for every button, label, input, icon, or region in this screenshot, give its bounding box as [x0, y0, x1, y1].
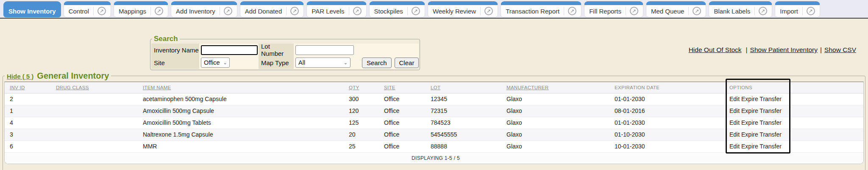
hide-count-link[interactable]: Hide ( 5 ) [7, 73, 33, 80]
open-new-window-icon[interactable]: ↗ [693, 7, 701, 15]
cell-manufacturer: Glaxo [501, 140, 609, 152]
cell-expiration-date: 01-01-2030 [609, 117, 724, 129]
search-button[interactable]: Search [362, 58, 392, 68]
column-header-qty[interactable]: QTY [344, 82, 379, 93]
cell-expiration-date: 01-10-2030 [609, 129, 724, 140]
inventory-row: 4Amoxicillin 500mg Tablets125Office78452… [5, 117, 863, 129]
transfer-link[interactable]: Transfer [760, 107, 782, 114]
tab-import[interactable]: Import↗ [775, 1, 820, 17]
tab-blank-labels[interactable]: Blank Labels↗ [709, 1, 772, 17]
cell-lot: 88888 [426, 140, 501, 152]
cell-drug-class [51, 129, 138, 140]
transfer-link[interactable]: Transfer [760, 119, 782, 126]
open-new-window-icon[interactable]: ↗ [759, 7, 767, 15]
expire-link[interactable]: Expire [741, 143, 758, 150]
cell-item-name: Amoxicillin 500mg Capsule [138, 105, 344, 117]
transfer-link[interactable]: Transfer [760, 96, 782, 102]
column-header-drug-class[interactable]: DRUG CLASS [51, 82, 138, 93]
cell-options: Edit Expire Transfer [724, 117, 788, 129]
cell-options: Edit Expire Transfer [724, 105, 788, 117]
chevron-down-icon: ⌄ [344, 60, 348, 66]
column-header-lot[interactable]: LOT [426, 82, 501, 93]
cell-expiration-date: 08-01-2016 [609, 105, 724, 117]
edit-link[interactable]: Edit [729, 107, 740, 114]
tab-label: Med Queue [651, 8, 684, 15]
cell-drug-class [51, 105, 138, 117]
search-legend: Search [152, 35, 180, 43]
cell-filler [788, 129, 863, 140]
open-new-window-icon[interactable]: ↗ [412, 7, 420, 15]
cell-inv-id: 2 [5, 93, 51, 105]
tab-show-inventory[interactable]: Show Inventory [3, 1, 61, 17]
link-separator: | [746, 46, 748, 53]
open-new-window-icon[interactable]: ↗ [224, 7, 232, 15]
edit-link[interactable]: Edit [729, 143, 740, 150]
site-select-value: Office [204, 59, 220, 66]
column-header-manufacturer[interactable]: MANUFACTURER [501, 82, 609, 93]
open-new-window-icon[interactable]: ↗ [630, 7, 638, 15]
cell-filler [788, 93, 863, 105]
tab-transaction-report[interactable]: Transaction Report↗ [501, 1, 581, 17]
cell-inv-id: 1 [5, 105, 51, 117]
tab-add-inventory[interactable]: Add Inventory↗ [171, 1, 237, 17]
tab-stockpiles[interactable]: Stockpiles↗ [369, 1, 425, 17]
site-select[interactable]: Office ⌄ [201, 58, 230, 68]
cell-qty: 125 [344, 117, 379, 129]
clear-button[interactable]: Clear [395, 58, 419, 68]
tab-par-levels[interactable]: PAR Levels↗ [306, 1, 366, 17]
cell-expiration-date: 01-01-2030 [609, 93, 724, 105]
column-header-expiration-date: EXPIRATION DATE [609, 82, 724, 93]
expire-link[interactable]: Expire [741, 119, 758, 126]
cell-drug-class [51, 117, 138, 129]
search-form: Inventory Name Lot Number Site Office ⌄ … [151, 44, 419, 69]
cell-inv-id: 4 [5, 117, 51, 129]
tab-divider [802, 7, 803, 15]
lot-number-input[interactable] [295, 45, 354, 55]
tab-divider [480, 7, 481, 15]
open-new-window-icon[interactable]: ↗ [484, 7, 493, 15]
tab-mappings[interactable]: Mappings↗ [114, 1, 168, 17]
transfer-link[interactable]: Transfer [760, 131, 782, 138]
inventory-row: 6MMR25Office88888Glaxo10-01-2030Edit Exp… [5, 140, 863, 152]
column-header-inv-id[interactable]: INV ID [5, 82, 51, 93]
cell-lot: 12345 [426, 93, 501, 105]
cell-manufacturer: Glaxo [501, 129, 609, 140]
expire-link[interactable]: Expire [741, 107, 758, 114]
table-footer-row: DISPLAYING 1-5 / 5 [5, 152, 863, 164]
open-new-window-icon[interactable]: ↗ [568, 7, 576, 15]
edit-link[interactable]: Edit [729, 119, 740, 126]
expire-link[interactable]: Expire [741, 96, 758, 102]
cell-expiration-date: 10-01-2030 [609, 140, 724, 152]
column-header-options: OPTIONS [724, 82, 788, 93]
transfer-link[interactable]: Transfer [760, 143, 782, 150]
tab-add-donated[interactable]: Add Donated↗ [240, 1, 304, 17]
column-header-site[interactable]: SITE [379, 82, 426, 93]
chevron-down-icon: ⌄ [223, 60, 227, 66]
tab-weekly-review[interactable]: Weekly Review↗ [428, 1, 498, 17]
open-new-window-icon[interactable]: ↗ [807, 7, 815, 15]
tab-fill-reports[interactable]: Fill Reports↗ [584, 1, 643, 17]
tab-control[interactable]: Control↗ [64, 1, 111, 17]
lot-number-label: Lot Number [259, 44, 294, 56]
cell-drug-class [51, 93, 138, 105]
open-new-window-icon[interactable]: ↗ [97, 7, 106, 15]
open-new-window-icon[interactable]: ↗ [155, 7, 163, 15]
hide-out-of-stock-link[interactable]: Hide Out Of Stock [689, 46, 742, 53]
tab-med-queue[interactable]: Med Queue↗ [646, 1, 706, 17]
tab-divider [688, 7, 689, 15]
edit-link[interactable]: Edit [729, 131, 740, 138]
edit-link[interactable]: Edit [729, 96, 740, 102]
map-type-label: Map Type [259, 56, 294, 69]
open-new-window-icon[interactable]: ↗ [290, 7, 299, 15]
cell-options: Edit Expire Transfer [724, 93, 788, 105]
cell-options: Edit Expire Transfer [724, 129, 788, 140]
cell-drug-class [51, 140, 138, 152]
expire-link[interactable]: Expire [741, 131, 758, 138]
cell-site: Office [379, 117, 426, 129]
column-header-item-name[interactable]: ITEM NAME [138, 82, 344, 93]
show-patient-inventory-link[interactable]: Show Patient Inventory [750, 46, 818, 53]
map-type-select[interactable]: All ⌄ [295, 58, 351, 68]
open-new-window-icon[interactable]: ↗ [353, 7, 362, 15]
show-csv-link[interactable]: Show CSV [824, 46, 856, 53]
inventory-name-input[interactable] [201, 45, 258, 55]
